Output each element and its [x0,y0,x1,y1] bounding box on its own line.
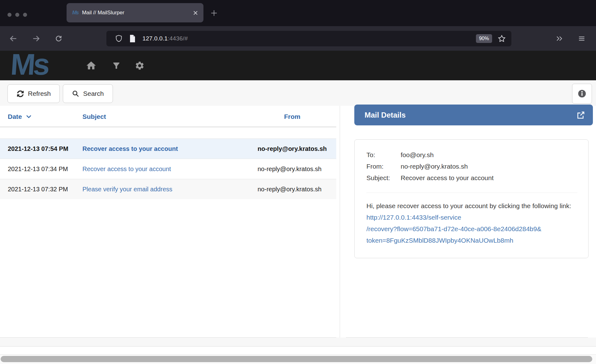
field-to-value: foo@ory.sh [401,149,434,161]
mail-list-header: Date Subject From [0,106,336,127]
field-from-label: From: [366,161,401,172]
refresh-icon [16,90,24,98]
card-divider [366,193,577,193]
url-host: 127.0.0.1 [142,35,168,42]
refresh-button-label: Refresh [28,90,51,97]
url-bar[interactable]: 127.0.0.1:4436/# 90% [106,31,511,46]
new-tab-button[interactable] [209,8,219,18]
menu-hamburger-icon[interactable] [577,34,587,44]
mail-body-text: Hi, please recover access to your accoun… [366,202,571,209]
mail-rows: 2021-12-13 07:54 PM Recover access to yo… [0,138,336,199]
refresh-button[interactable]: Refresh [7,84,60,103]
row-subject-link[interactable]: Recover access to your account [82,145,178,152]
app-navbar: Ms [0,51,596,80]
row-from: no-reply@ory.kratos.sh [255,163,329,175]
search-icon [72,90,79,97]
row-date: 2021-12-13 07:32 PM [0,184,75,195]
row-from: no-reply@ory.kratos.sh [255,143,329,154]
scrollbar-thumb[interactable] [1,356,592,362]
table-row[interactable]: 2021-12-13 07:32 PM Please verify your e… [0,179,336,199]
overflow-chevrons-icon[interactable] [554,34,564,44]
zoom-level-badge[interactable]: 90% [476,34,492,43]
search-button[interactable]: Search [63,84,113,103]
url-path: :4436/# [168,35,188,42]
horizontal-scrollbar[interactable] [0,354,596,364]
browser-tab[interactable]: Ms Mail // MailSlurper [67,3,203,22]
field-subject-label: Subject: [366,172,401,184]
reload-button[interactable] [54,34,63,44]
table-row[interactable]: 2021-12-13 07:54 PM Recover access to yo… [0,138,336,159]
page-icon[interactable] [129,35,136,43]
bookmark-star-icon[interactable] [498,35,506,43]
mailslurper-logo[interactable]: Ms [10,49,49,79]
sort-descending-icon [26,115,31,119]
row-subject-link[interactable]: Please verify your email address [82,186,172,193]
column-header-date[interactable]: Date [0,113,75,120]
mail-details-card: To: foo@ory.sh From: no-reply@ory.kratos… [354,139,589,258]
back-button[interactable] [8,34,18,44]
tab-title: Mail // MailSlurper [82,10,190,16]
recovery-link[interactable]: token=8FguKzSMblD88JWIpby4OKNaUOwLb8mh [366,235,513,246]
shield-icon[interactable] [115,35,123,43]
browser-tab-strip: Ms Mail // MailSlurper [0,0,596,26]
window-dot[interactable] [23,13,27,17]
row-date: 2021-12-13 07:54 PM [0,143,75,154]
window-dot[interactable] [7,13,12,17]
recovery-link[interactable]: http://127.0.0.1:4433/self-service [366,212,461,223]
forward-button[interactable] [31,34,41,44]
field-from: From: no-reply@ory.kratos.sh [366,161,577,172]
home-icon[interactable] [84,51,98,80]
recovery-link[interactable]: /recovery?flow=6507ba71-d72e-40ce-a006-8… [366,223,541,235]
field-subject-value: Recover access to your account [401,172,494,184]
field-to-label: To: [366,149,401,161]
url-text[interactable]: 127.0.0.1:4436/# [142,35,476,42]
mail-details-title: Mail Details [365,111,576,119]
mail-details-header: Mail Details [354,105,593,125]
info-icon [578,89,586,98]
tab-favicon: Ms [72,10,78,16]
column-header-subject[interactable]: Subject [75,113,255,120]
tab-close-icon[interactable] [193,11,198,15]
search-button-label: Search [83,90,104,97]
row-subject-link[interactable]: Recover access to your account [82,166,171,172]
field-subject: Subject: Recover access to your account [366,172,577,184]
mail-list-panel: Date Subject From 2021-12-13 07:54 PM Re… [0,106,336,338]
row-from: no-reply@ory.kratos.sh [255,184,329,195]
settings-gear-icon[interactable] [133,51,147,80]
field-from-value: no-reply@ory.kratos.sh [401,161,468,172]
mail-body: Hi, please recover access to your accoun… [366,200,577,246]
info-button[interactable] [572,84,592,104]
window-dot[interactable] [15,13,19,17]
column-header-from[interactable]: From [255,113,329,120]
field-to: To: foo@ory.sh [366,149,577,161]
app-toolbar: Refresh Search [0,80,596,106]
row-date: 2021-12-13 07:34 PM [0,163,75,175]
page-footer-strip [0,338,596,346]
footer-divider [0,346,596,347]
table-row[interactable]: 2021-12-13 07:34 PM Recover access to yo… [0,159,336,179]
open-external-icon[interactable] [576,110,585,120]
window-controls[interactable] [7,13,27,17]
panel-divider [340,106,340,346]
browser-toolbar: 127.0.0.1:4436/# 90% [0,26,596,51]
filter-icon[interactable] [109,51,123,80]
